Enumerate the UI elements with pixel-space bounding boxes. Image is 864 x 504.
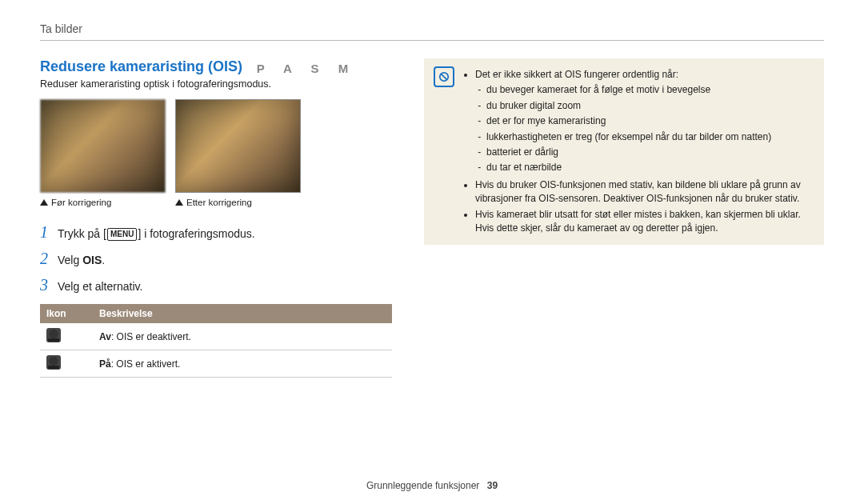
step-3: 3 Velg et alternativ. — [40, 276, 392, 294]
svg-line-0 — [441, 74, 447, 80]
example-image-before — [40, 99, 166, 193]
caption-before: Før korrigering — [40, 198, 166, 207]
mode-indicator: P A S M — [257, 62, 356, 75]
note-sub-item: batteriet er dårlig — [486, 146, 814, 159]
note-sub-item: du tar et nærbilde — [486, 161, 814, 174]
page-number: 39 — [487, 480, 498, 491]
example-image-after — [175, 99, 301, 193]
step-number: 2 — [40, 250, 58, 268]
caption-after: Etter korrigering — [175, 198, 301, 207]
step-2: 2 Velg OIS. — [40, 250, 392, 268]
section-heading: Redusere kameraristing (OIS) — [40, 58, 242, 74]
step-1: 1 Trykk på [MENU] i fotograferingsmodus. — [40, 223, 392, 242]
divider — [40, 40, 824, 41]
note-sub-item: det er for mye kameraristing — [486, 114, 814, 128]
triangle-icon — [175, 199, 183, 206]
note-icon — [434, 66, 454, 87]
step-number: 1 — [40, 223, 58, 242]
note-sub-item: lukkerhastigheten er treg (for eksempel … — [486, 130, 814, 144]
note-bullet: Hvis du bruker OIS-funksjonen med stativ… — [475, 178, 814, 206]
options-table: Ikon Beskrivelse Av: OIS er deaktivert. … — [40, 304, 392, 378]
note-bullet: Hvis kameraet blir utsatt for støt eller… — [475, 208, 814, 236]
section-subtext: Reduser kameraristing optisk i fotografe… — [40, 78, 392, 90]
note-sub-item: du bruker digital zoom — [486, 99, 814, 113]
table-head-desc: Beskrivelse — [93, 304, 392, 323]
ois-on-icon — [46, 355, 61, 370]
triangle-icon — [40, 199, 48, 206]
breadcrumb: Ta bilder — [40, 22, 824, 35]
table-head-icon: Ikon — [40, 304, 93, 323]
ois-off-icon — [46, 328, 61, 342]
note-box: Det er ikke sikkert at OIS fungerer orde… — [424, 58, 824, 245]
note-sub-item: du beveger kameraet for å følge et motiv… — [486, 83, 814, 97]
table-row: Av: OIS er deaktivert. — [40, 323, 392, 350]
page-footer: Grunnleggende funksjoner 39 — [0, 480, 864, 491]
menu-button-icon: MENU — [107, 228, 137, 241]
note-lead: Det er ikke sikkert at OIS fungerer orde… — [475, 69, 678, 80]
step-number: 3 — [40, 276, 58, 294]
table-row: På: OIS er aktivert. — [40, 350, 392, 378]
